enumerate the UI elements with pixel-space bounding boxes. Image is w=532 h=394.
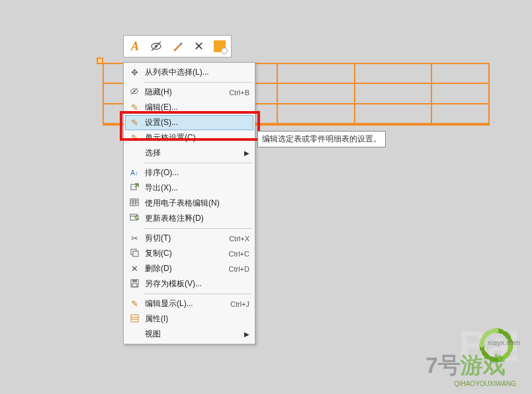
text-style-icon[interactable]: A — [126, 38, 144, 55]
note-icon[interactable] — [211, 38, 228, 55]
menu-shortcut: Ctrl+B — [222, 89, 249, 97]
menu-label: 排序(O)... — [141, 167, 249, 178]
menu-label: 剪切(T) — [141, 233, 222, 244]
svg-rect-15 — [133, 251, 138, 256]
spreadsheet-icon — [128, 198, 141, 209]
close-icon[interactable]: ✕ — [190, 38, 207, 55]
eye-off-icon — [128, 87, 141, 98]
tooltip: 编辑选定表或零件明细表的设置。 — [257, 131, 386, 147]
menu-label: 编辑显示(L)... — [141, 298, 224, 309]
menu-label: 删除(D) — [141, 263, 222, 274]
menu-copy[interactable]: 复制(C) Ctrl+C — [125, 246, 253, 261]
menu-hide[interactable]: 隐藏(H) Ctrl+B — [125, 85, 253, 100]
sort-icon: A↓ — [128, 169, 141, 177]
menu-separator — [144, 163, 252, 163]
refresh-table-icon — [128, 213, 141, 224]
svg-rect-18 — [132, 284, 137, 287]
menu-label: 使用电子表格编辑(N) — [141, 198, 249, 209]
menu-select[interactable]: 选择 ▶ — [125, 145, 253, 161]
menu-select-from-list[interactable]: ✥ 从列表中选择(L)... — [125, 65, 253, 80]
chevron-right-icon: ▶ — [244, 149, 249, 157]
svg-rect-12 — [130, 214, 137, 220]
menu-separator — [144, 228, 252, 229]
menu-edit-display[interactable]: ✎ 编辑显示(L)... Ctrl+J — [125, 296, 253, 311]
target-icon: ✥ — [128, 67, 141, 77]
cell-brush-icon: ✎ — [128, 133, 141, 143]
svg-rect-17 — [132, 280, 137, 282]
menu-spreadsheet-edit[interactable]: 使用电子表格编辑(N) — [125, 196, 253, 211]
menu-save-as-template[interactable]: 另存为模板(V)... — [125, 276, 253, 292]
copy-icon — [128, 249, 141, 259]
menu-label: 另存为模板(V)... — [141, 278, 249, 290]
cut-icon: ✂ — [128, 233, 141, 243]
menu-label: 隐藏(H) — [141, 87, 222, 98]
menu-properties[interactable]: 属性(I) — [125, 311, 253, 327]
context-menu: ✥ 从列表中选择(L)... 隐藏(H) Ctrl+B ✎ 编辑(E)... ✎… — [123, 62, 255, 344]
menu-export[interactable]: 导出(X)... — [125, 180, 253, 196]
menu-update-annotation[interactable]: 更新表格注释(D) — [125, 211, 253, 226]
menu-shortcut: Ctrl+J — [224, 300, 249, 308]
table-anchor-handle[interactable] — [97, 58, 103, 64]
menu-cell-settings[interactable]: ✎ 单元格设置(C)... — [125, 130, 253, 145]
svg-rect-7 — [130, 199, 138, 206]
menu-edit[interactable]: ✎ 编辑(E)... — [125, 100, 253, 115]
watermark-url: xiayx.com — [488, 338, 520, 346]
brush-icon[interactable] — [169, 38, 186, 55]
menu-label: 更新表格注释(D) — [141, 213, 249, 224]
delete-icon: ✕ — [128, 264, 141, 274]
menu-label: 单元格设置(C)... — [141, 132, 249, 143]
menu-sort[interactable]: A↓ 排序(O)... — [125, 165, 253, 180]
menu-label: 导出(X)... — [141, 182, 249, 194]
settings-brush-icon: ✎ — [128, 118, 141, 128]
menu-label: 视图 — [141, 329, 244, 340]
menu-view[interactable]: 视图 ▶ — [125, 327, 253, 342]
menu-separator — [144, 294, 252, 294]
menu-label: 从列表中选择(L)... — [141, 67, 249, 78]
menu-shortcut: Ctrl+C — [222, 250, 249, 258]
menu-label: 设置(S)... — [141, 117, 249, 128]
menu-label: 属性(I) — [141, 313, 249, 325]
visibility-toggle-icon[interactable] — [148, 38, 165, 55]
save-template-icon — [128, 279, 141, 290]
edit-icon: ✎ — [128, 102, 141, 112]
menu-label: 选择 — [141, 147, 244, 159]
edit-display-icon: ✎ — [128, 299, 141, 309]
menu-shortcut: Ctrl+D — [222, 265, 249, 273]
menu-separator — [144, 82, 252, 83]
properties-icon — [128, 314, 141, 325]
chevron-right-icon: ▶ — [244, 331, 249, 338]
menu-shortcut: Ctrl+X — [222, 235, 249, 243]
menu-label: 编辑(E)... — [141, 102, 249, 113]
watermark-main: 7号游戏 — [425, 350, 506, 381]
menu-delete[interactable]: ✕ 删除(D) Ctrl+D — [125, 261, 253, 276]
export-icon — [128, 182, 141, 194]
mini-toolbar: A ✕ — [123, 35, 232, 58]
watermark-tag: QIHAOYOUXIWANG — [454, 380, 516, 387]
svg-rect-19 — [131, 315, 138, 322]
menu-label: 复制(C) — [141, 248, 222, 259]
menu-settings[interactable]: ✎ 设置(S)... — [125, 115, 253, 130]
menu-cut[interactable]: ✂ 剪切(T) Ctrl+X — [125, 231, 253, 246]
